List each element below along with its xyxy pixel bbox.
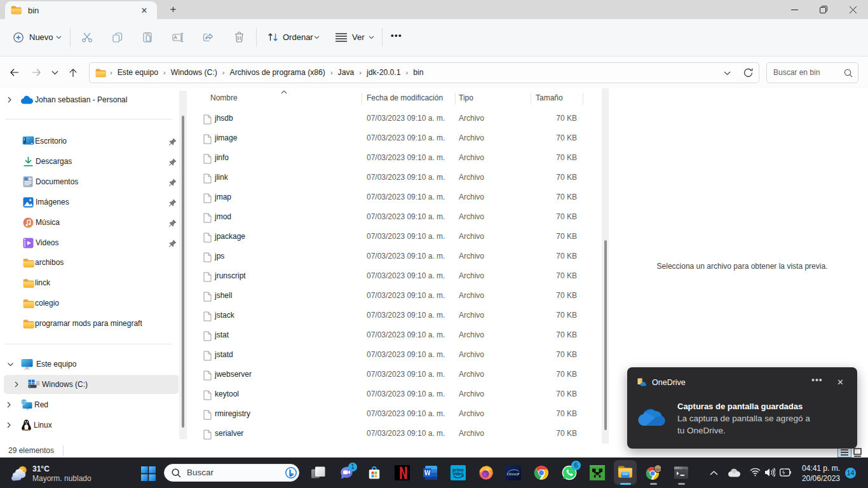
svg-text:video: video <box>453 471 464 476</box>
svg-text:+: + <box>517 471 520 476</box>
